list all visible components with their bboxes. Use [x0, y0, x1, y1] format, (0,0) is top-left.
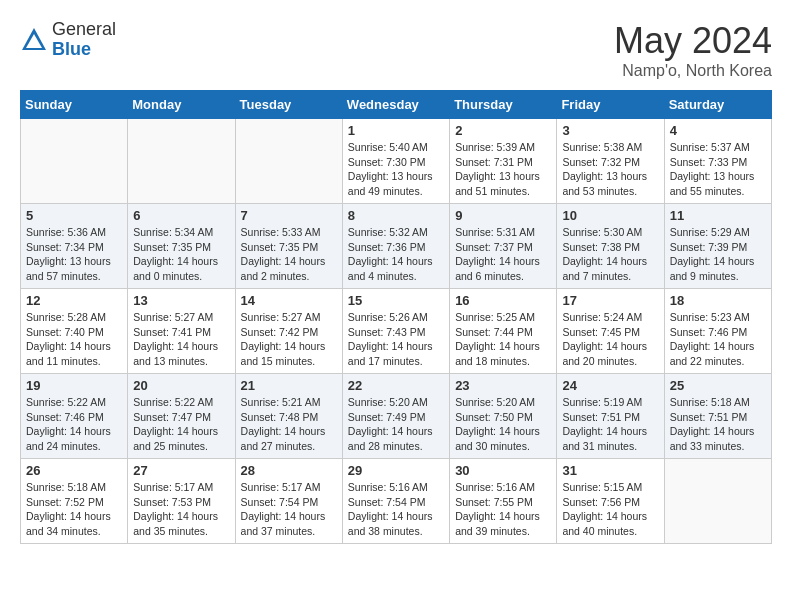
day-number: 2	[455, 123, 551, 138]
calendar-cell: 14Sunrise: 5:27 AM Sunset: 7:42 PM Dayli…	[235, 289, 342, 374]
calendar-cell: 11Sunrise: 5:29 AM Sunset: 7:39 PM Dayli…	[664, 204, 771, 289]
day-info: Sunrise: 5:38 AM Sunset: 7:32 PM Dayligh…	[562, 140, 658, 199]
day-number: 19	[26, 378, 122, 393]
day-number: 6	[133, 208, 229, 223]
logo-text: General Blue	[52, 20, 116, 60]
day-info: Sunrise: 5:16 AM Sunset: 7:54 PM Dayligh…	[348, 480, 444, 539]
day-number: 3	[562, 123, 658, 138]
calendar-cell: 18Sunrise: 5:23 AM Sunset: 7:46 PM Dayli…	[664, 289, 771, 374]
day-number: 8	[348, 208, 444, 223]
day-number: 16	[455, 293, 551, 308]
day-number: 13	[133, 293, 229, 308]
calendar-cell: 3Sunrise: 5:38 AM Sunset: 7:32 PM Daylig…	[557, 119, 664, 204]
day-number: 14	[241, 293, 337, 308]
calendar-cell: 12Sunrise: 5:28 AM Sunset: 7:40 PM Dayli…	[21, 289, 128, 374]
weekday-header-row: SundayMondayTuesdayWednesdayThursdayFrid…	[21, 91, 772, 119]
calendar-cell	[235, 119, 342, 204]
day-number: 12	[26, 293, 122, 308]
calendar-cell: 25Sunrise: 5:18 AM Sunset: 7:51 PM Dayli…	[664, 374, 771, 459]
day-info: Sunrise: 5:34 AM Sunset: 7:35 PM Dayligh…	[133, 225, 229, 284]
day-number: 17	[562, 293, 658, 308]
calendar-cell: 10Sunrise: 5:30 AM Sunset: 7:38 PM Dayli…	[557, 204, 664, 289]
day-info: Sunrise: 5:25 AM Sunset: 7:44 PM Dayligh…	[455, 310, 551, 369]
weekday-header-monday: Monday	[128, 91, 235, 119]
day-number: 25	[670, 378, 766, 393]
calendar-cell	[21, 119, 128, 204]
day-info: Sunrise: 5:18 AM Sunset: 7:51 PM Dayligh…	[670, 395, 766, 454]
day-info: Sunrise: 5:29 AM Sunset: 7:39 PM Dayligh…	[670, 225, 766, 284]
calendar-cell: 27Sunrise: 5:17 AM Sunset: 7:53 PM Dayli…	[128, 459, 235, 544]
calendar-cell: 5Sunrise: 5:36 AM Sunset: 7:34 PM Daylig…	[21, 204, 128, 289]
logo-blue-text: Blue	[52, 40, 116, 60]
day-number: 15	[348, 293, 444, 308]
calendar-cell: 31Sunrise: 5:15 AM Sunset: 7:56 PM Dayli…	[557, 459, 664, 544]
day-info: Sunrise: 5:22 AM Sunset: 7:46 PM Dayligh…	[26, 395, 122, 454]
location-title: Namp'o, North Korea	[614, 62, 772, 80]
day-info: Sunrise: 5:19 AM Sunset: 7:51 PM Dayligh…	[562, 395, 658, 454]
calendar-cell: 29Sunrise: 5:16 AM Sunset: 7:54 PM Dayli…	[342, 459, 449, 544]
day-info: Sunrise: 5:16 AM Sunset: 7:55 PM Dayligh…	[455, 480, 551, 539]
day-info: Sunrise: 5:17 AM Sunset: 7:54 PM Dayligh…	[241, 480, 337, 539]
weekday-header-saturday: Saturday	[664, 91, 771, 119]
calendar-cell: 9Sunrise: 5:31 AM Sunset: 7:37 PM Daylig…	[450, 204, 557, 289]
week-row-4: 19Sunrise: 5:22 AM Sunset: 7:46 PM Dayli…	[21, 374, 772, 459]
week-row-3: 12Sunrise: 5:28 AM Sunset: 7:40 PM Dayli…	[21, 289, 772, 374]
day-info: Sunrise: 5:28 AM Sunset: 7:40 PM Dayligh…	[26, 310, 122, 369]
day-number: 24	[562, 378, 658, 393]
day-info: Sunrise: 5:39 AM Sunset: 7:31 PM Dayligh…	[455, 140, 551, 199]
weekday-header-friday: Friday	[557, 91, 664, 119]
day-info: Sunrise: 5:27 AM Sunset: 7:41 PM Dayligh…	[133, 310, 229, 369]
day-info: Sunrise: 5:22 AM Sunset: 7:47 PM Dayligh…	[133, 395, 229, 454]
day-number: 30	[455, 463, 551, 478]
calendar-cell: 6Sunrise: 5:34 AM Sunset: 7:35 PM Daylig…	[128, 204, 235, 289]
day-info: Sunrise: 5:20 AM Sunset: 7:49 PM Dayligh…	[348, 395, 444, 454]
day-info: Sunrise: 5:18 AM Sunset: 7:52 PM Dayligh…	[26, 480, 122, 539]
day-info: Sunrise: 5:17 AM Sunset: 7:53 PM Dayligh…	[133, 480, 229, 539]
month-title: May 2024	[614, 20, 772, 62]
day-info: Sunrise: 5:15 AM Sunset: 7:56 PM Dayligh…	[562, 480, 658, 539]
day-number: 4	[670, 123, 766, 138]
day-number: 7	[241, 208, 337, 223]
calendar-cell: 1Sunrise: 5:40 AM Sunset: 7:30 PM Daylig…	[342, 119, 449, 204]
weekday-header-thursday: Thursday	[450, 91, 557, 119]
day-number: 18	[670, 293, 766, 308]
calendar-cell: 21Sunrise: 5:21 AM Sunset: 7:48 PM Dayli…	[235, 374, 342, 459]
calendar-cell: 7Sunrise: 5:33 AM Sunset: 7:35 PM Daylig…	[235, 204, 342, 289]
day-info: Sunrise: 5:23 AM Sunset: 7:46 PM Dayligh…	[670, 310, 766, 369]
calendar-cell: 4Sunrise: 5:37 AM Sunset: 7:33 PM Daylig…	[664, 119, 771, 204]
calendar-cell: 17Sunrise: 5:24 AM Sunset: 7:45 PM Dayli…	[557, 289, 664, 374]
day-number: 31	[562, 463, 658, 478]
day-info: Sunrise: 5:32 AM Sunset: 7:36 PM Dayligh…	[348, 225, 444, 284]
calendar-table: SundayMondayTuesdayWednesdayThursdayFrid…	[20, 90, 772, 544]
day-info: Sunrise: 5:27 AM Sunset: 7:42 PM Dayligh…	[241, 310, 337, 369]
calendar-cell: 30Sunrise: 5:16 AM Sunset: 7:55 PM Dayli…	[450, 459, 557, 544]
weekday-header-tuesday: Tuesday	[235, 91, 342, 119]
calendar-cell	[128, 119, 235, 204]
calendar-cell: 24Sunrise: 5:19 AM Sunset: 7:51 PM Dayli…	[557, 374, 664, 459]
day-info: Sunrise: 5:20 AM Sunset: 7:50 PM Dayligh…	[455, 395, 551, 454]
calendar-cell: 26Sunrise: 5:18 AM Sunset: 7:52 PM Dayli…	[21, 459, 128, 544]
day-number: 20	[133, 378, 229, 393]
day-info: Sunrise: 5:21 AM Sunset: 7:48 PM Dayligh…	[241, 395, 337, 454]
day-info: Sunrise: 5:33 AM Sunset: 7:35 PM Dayligh…	[241, 225, 337, 284]
calendar-cell: 2Sunrise: 5:39 AM Sunset: 7:31 PM Daylig…	[450, 119, 557, 204]
logo-icon	[20, 26, 48, 54]
header: General Blue May 2024 Namp'o, North Kore…	[20, 20, 772, 80]
calendar-cell: 20Sunrise: 5:22 AM Sunset: 7:47 PM Dayli…	[128, 374, 235, 459]
day-number: 5	[26, 208, 122, 223]
day-info: Sunrise: 5:36 AM Sunset: 7:34 PM Dayligh…	[26, 225, 122, 284]
calendar-cell: 22Sunrise: 5:20 AM Sunset: 7:49 PM Dayli…	[342, 374, 449, 459]
calendar-cell: 8Sunrise: 5:32 AM Sunset: 7:36 PM Daylig…	[342, 204, 449, 289]
logo: General Blue	[20, 20, 116, 60]
day-number: 22	[348, 378, 444, 393]
day-number: 9	[455, 208, 551, 223]
weekday-header-sunday: Sunday	[21, 91, 128, 119]
day-number: 28	[241, 463, 337, 478]
weekday-header-wednesday: Wednesday	[342, 91, 449, 119]
calendar-cell: 23Sunrise: 5:20 AM Sunset: 7:50 PM Dayli…	[450, 374, 557, 459]
day-number: 27	[133, 463, 229, 478]
day-number: 23	[455, 378, 551, 393]
calendar-cell: 28Sunrise: 5:17 AM Sunset: 7:54 PM Dayli…	[235, 459, 342, 544]
calendar-cell: 15Sunrise: 5:26 AM Sunset: 7:43 PM Dayli…	[342, 289, 449, 374]
day-number: 26	[26, 463, 122, 478]
